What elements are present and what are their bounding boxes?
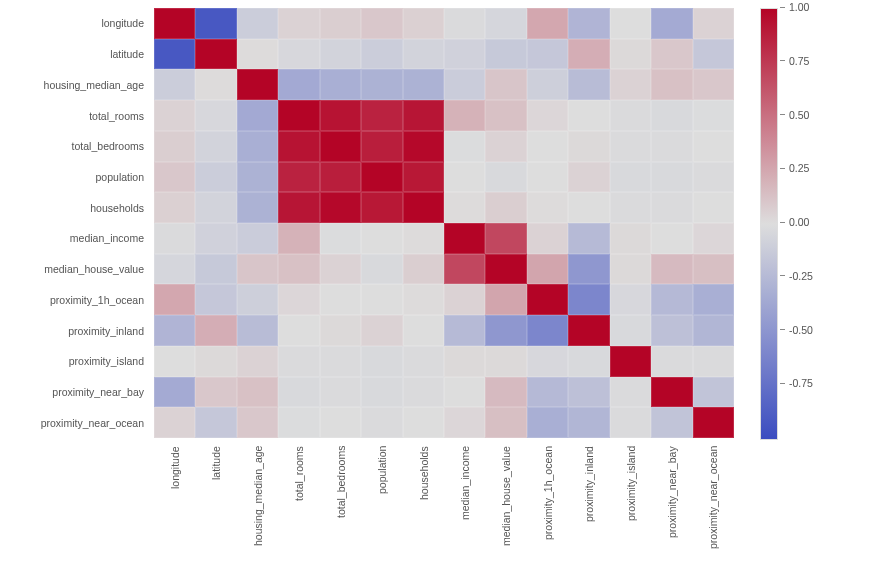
x-tick-label: median_income: [444, 442, 485, 582]
heatmap-cell: [527, 254, 568, 285]
heatmap-cell: [361, 254, 402, 285]
heatmap-cell: [320, 377, 361, 408]
x-tick-label: proximity_1h_ocean: [527, 442, 568, 582]
heatmap-cell: [693, 315, 734, 346]
x-tick-label: median_house_value: [485, 442, 526, 582]
heatmap-cell: [651, 100, 692, 131]
heatmap-cell: [320, 407, 361, 438]
heatmap-cell: [610, 407, 651, 438]
heatmap-cell: [568, 131, 609, 162]
heatmap-cell: [610, 254, 651, 285]
heatmap-cell: [320, 254, 361, 285]
heatmap-cell: [154, 69, 195, 100]
heatmap-cell: [320, 162, 361, 193]
heatmap-cell: [403, 254, 444, 285]
heatmap-cell: [403, 162, 444, 193]
heatmap-cell: [485, 162, 526, 193]
heatmap-cell: [444, 346, 485, 377]
heatmap-cell: [154, 39, 195, 70]
heatmap-cell: [651, 162, 692, 193]
heatmap-cell: [278, 131, 319, 162]
heatmap-cell: [154, 284, 195, 315]
heatmap-cell: [527, 8, 568, 39]
heatmap-cell: [195, 346, 236, 377]
heatmap-cell: [154, 162, 195, 193]
heatmap-cell: [278, 39, 319, 70]
heatmap-cell: [403, 223, 444, 254]
heatmap-cell: [485, 284, 526, 315]
heatmap-cell: [485, 192, 526, 223]
heatmap-cell: [444, 223, 485, 254]
heatmap-cell: [195, 39, 236, 70]
y-tick-label: proximity_1h_ocean: [0, 284, 150, 315]
heatmap-cell: [444, 69, 485, 100]
heatmap-cell: [444, 315, 485, 346]
y-tick-label: population: [0, 162, 150, 193]
heatmap-grid: [154, 8, 734, 438]
heatmap-cell: [320, 131, 361, 162]
heatmap-cell: [154, 346, 195, 377]
heatmap-cell: [278, 346, 319, 377]
x-tick-label: total_rooms: [278, 442, 319, 582]
heatmap-cell: [237, 315, 278, 346]
heatmap-cell: [195, 162, 236, 193]
colorbar-tick-label: -0.25: [780, 270, 813, 282]
heatmap-cell: [651, 8, 692, 39]
heatmap-cell: [320, 284, 361, 315]
heatmap-cell: [651, 131, 692, 162]
heatmap-cell: [403, 346, 444, 377]
heatmap-cell: [361, 131, 402, 162]
x-tick-label: proximity_inland: [568, 442, 609, 582]
heatmap-cell: [568, 8, 609, 39]
heatmap-cell: [237, 407, 278, 438]
colorbar-tick-label: 1.00: [780, 1, 809, 13]
heatmap-cell: [444, 407, 485, 438]
heatmap-cell: [154, 100, 195, 131]
heatmap-cell: [320, 223, 361, 254]
heatmap-cell: [237, 223, 278, 254]
heatmap-cell: [237, 162, 278, 193]
heatmap-cell: [651, 192, 692, 223]
heatmap-cell: [361, 8, 402, 39]
heatmap-cell: [610, 39, 651, 70]
heatmap-cell: [237, 100, 278, 131]
colorbar: [760, 8, 778, 440]
heatmap-cell: [195, 100, 236, 131]
heatmap-cell: [610, 192, 651, 223]
heatmap-cell: [693, 377, 734, 408]
heatmap-cell: [403, 131, 444, 162]
heatmap-cell: [693, 162, 734, 193]
heatmap-cell: [485, 346, 526, 377]
heatmap-cell: [693, 100, 734, 131]
heatmap-cell: [320, 8, 361, 39]
heatmap-cell: [527, 100, 568, 131]
heatmap-cell: [568, 284, 609, 315]
heatmap-cell: [403, 377, 444, 408]
heatmap-cell: [361, 69, 402, 100]
heatmap-cell: [278, 315, 319, 346]
heatmap-cell: [154, 377, 195, 408]
heatmap-cell: [610, 100, 651, 131]
heatmap-cell: [361, 377, 402, 408]
heatmap-cell: [568, 315, 609, 346]
heatmap-cell: [527, 223, 568, 254]
heatmap-cell: [568, 254, 609, 285]
heatmap-cell: [278, 407, 319, 438]
heatmap-cell: [610, 162, 651, 193]
heatmap-cell: [651, 39, 692, 70]
heatmap-cell: [237, 8, 278, 39]
heatmap-cell: [403, 284, 444, 315]
y-tick-label: housing_median_age: [0, 69, 150, 100]
heatmap-cell: [568, 39, 609, 70]
x-tick-label: longitude: [154, 442, 195, 582]
heatmap-cell: [444, 131, 485, 162]
heatmap-cell: [610, 131, 651, 162]
heatmap-cell: [278, 8, 319, 39]
heatmap-cell: [278, 100, 319, 131]
heatmap-cell: [361, 407, 402, 438]
heatmap-cell: [527, 407, 568, 438]
heatmap-cell: [485, 39, 526, 70]
heatmap-cell: [403, 100, 444, 131]
heatmap-cell: [444, 39, 485, 70]
heatmap-cell: [693, 407, 734, 438]
